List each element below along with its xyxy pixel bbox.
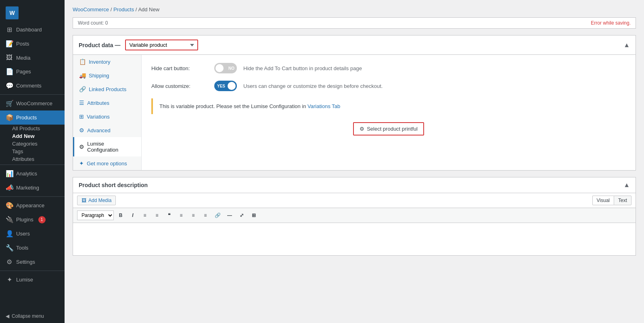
bold-button[interactable]: B	[115, 210, 126, 220]
sidebar-item-analytics[interactable]: 📊 Analytics	[0, 167, 65, 181]
analytics-icon: 📊	[6, 170, 13, 177]
sidebar-sub-attributes[interactable]: Attributes	[0, 155, 65, 163]
sidebar-item-products[interactable]: 📦 Products	[0, 110, 65, 125]
select-product-area: ⚙ Select product printful	[151, 122, 626, 135]
sidebar-item-pages[interactable]: 📄 Pages	[0, 65, 65, 79]
hide-cart-label: Hide cart button:	[151, 65, 208, 71]
product-data-panel: Hide cart button: NO Hide the Add To Car…	[142, 55, 636, 170]
sidebar-item-dashboard[interactable]: ⊞ Dashboard	[0, 23, 65, 37]
tab-get-more-options[interactable]: ✦ Get more options	[73, 156, 141, 170]
comments-icon: 💬	[6, 82, 13, 90]
sidebar-item-lumise[interactable]: ✦ Lumise	[0, 273, 65, 287]
short-description-title: Product short description	[79, 182, 148, 188]
pages-icon: 📄	[6, 68, 13, 75]
hide-cart-toggle[interactable]: NO	[214, 63, 237, 73]
allow-customize-slider: YES	[214, 81, 237, 91]
attributes-tab-icon: ☰	[79, 100, 84, 106]
allow-customize-help: Users can change or customize the design…	[243, 83, 383, 89]
advanced-tab-icon: ⚙	[79, 127, 84, 133]
main-content: WooCommerce / Products / Add New Word co…	[65, 0, 644, 323]
products-icon: 📦	[6, 114, 13, 121]
breadcrumb-woocommerce[interactable]: WooCommerce	[73, 6, 109, 13]
sidebar-item-posts[interactable]: 📝 Posts	[0, 37, 65, 51]
select-product-printful-button[interactable]: ⚙ Select product printful	[353, 122, 424, 135]
product-data-header: Product data — Variable product Simple p…	[73, 35, 636, 55]
sidebar-sub-add-new[interactable]: Add New	[0, 132, 65, 140]
editor-area[interactable]	[73, 223, 636, 255]
variations-tab-link[interactable]: Variations Tab	[307, 103, 340, 109]
add-media-button[interactable]: 🖼 Add Media	[77, 196, 116, 205]
sidebar-item-woocommerce[interactable]: 🛒 WooCommerce	[0, 96, 65, 110]
horizontal-rule-button[interactable]: —	[224, 210, 235, 220]
allow-customize-yes-label: YES	[217, 84, 225, 88]
hide-cart-no-label: NO	[228, 66, 234, 71]
product-type-select[interactable]: Variable product Simple product Grouped …	[125, 40, 198, 50]
sidebar-item-media[interactable]: 🖼 Media	[0, 51, 65, 65]
shipping-tab-icon: 🚚	[79, 72, 86, 79]
fullscreen-button[interactable]: ⤢	[236, 210, 247, 220]
paragraph-select[interactable]: Paragraph	[77, 210, 114, 220]
collapse-menu-button[interactable]: ◀ Collapse menu	[0, 309, 65, 323]
unordered-list-button[interactable]: ≡	[140, 210, 150, 220]
lumise-config-tab-icon: ⚙	[79, 144, 84, 150]
tab-lumise-configuration[interactable]: ⚙ Lumise Configuration	[73, 137, 141, 156]
toolbar-toggle-button[interactable]: ⊞	[249, 210, 259, 220]
allow-customize-toggle[interactable]: YES	[214, 81, 237, 91]
sidebar: W ⊞ Dashboard 📝 Posts 🖼 Media 📄 Pages 💬 …	[0, 0, 65, 323]
variations-tab-icon: ⊞	[79, 113, 84, 120]
product-short-description-section: Product short description ▲ 🖼 Add Media …	[73, 177, 636, 256]
printful-icon: ⚙	[360, 126, 364, 132]
sidebar-sub-tags[interactable]: Tags	[0, 148, 65, 155]
italic-button[interactable]: I	[128, 210, 138, 220]
allow-customize-label: Allow customize:	[151, 83, 208, 89]
align-right-button[interactable]: ≡	[200, 210, 211, 220]
breadcrumb-products[interactable]: Products	[113, 6, 134, 13]
product-data-body: 📋 Inventory 🚚 Shipping 🔗 Linked Products…	[73, 55, 636, 170]
tab-shipping[interactable]: 🚚 Shipping	[73, 69, 141, 82]
sidebar-item-appearance[interactable]: 🎨 Appearance	[0, 198, 65, 213]
hide-cart-row: Hide cart button: NO Hide the Add To Car…	[151, 63, 626, 73]
appearance-icon: 🎨	[6, 202, 13, 209]
align-center-button[interactable]: ≡	[188, 210, 199, 220]
allow-customize-row: Allow customize: YES Users can change or…	[151, 81, 626, 91]
notice-text: This is variable product. Please set the…	[159, 103, 306, 109]
sidebar-item-users[interactable]: 👤 Users	[0, 227, 65, 241]
linked-products-tab-icon: 🔗	[79, 86, 86, 92]
media-icon: 🖼	[6, 54, 13, 61]
align-left-button[interactable]: ≡	[176, 210, 186, 220]
visual-tab[interactable]: Visual	[592, 196, 614, 205]
product-data-collapse-icon[interactable]: ▲	[623, 42, 630, 49]
short-description-collapse-icon[interactable]: ▲	[623, 181, 630, 189]
word-count-text: Word count: 0	[78, 20, 108, 26]
editor-toolbar: Paragraph B I ≡ ≡ ❝ ≡ ≡ ≡ 🔗 — ⤢ ⊞	[73, 208, 636, 223]
wp-logo: W	[6, 6, 19, 19]
breadcrumb: WooCommerce / Products / Add New	[73, 6, 636, 13]
product-data-section: Product data — Variable product Simple p…	[73, 35, 636, 171]
sidebar-item-settings[interactable]: ⚙ Settings	[0, 255, 65, 269]
get-more-tab-icon: ✦	[79, 160, 84, 167]
tab-attributes[interactable]: ☰ Attributes	[73, 96, 141, 110]
tab-advanced[interactable]: ⚙ Advanced	[73, 123, 141, 137]
marketing-icon: 📣	[6, 184, 13, 192]
add-media-icon: 🖼	[82, 198, 86, 203]
tab-variations[interactable]: ⊞ Variations	[73, 110, 141, 123]
sidebar-item-plugins[interactable]: 🔌 Plugins 1	[0, 213, 65, 227]
tab-inventory[interactable]: 📋 Inventory	[73, 55, 141, 69]
woocommerce-icon: 🛒	[6, 100, 13, 107]
inventory-tab-icon: 📋	[79, 58, 86, 65]
text-tab[interactable]: Text	[614, 196, 631, 205]
blockquote-button[interactable]: ❝	[164, 210, 174, 220]
sidebar-item-comments[interactable]: 💬 Comments	[0, 79, 65, 93]
lumise-icon: ✦	[6, 276, 13, 283]
posts-icon: 📝	[6, 40, 13, 48]
short-description-header: Product short description ▲	[73, 177, 636, 193]
sidebar-sub-categories[interactable]: Categories	[0, 140, 65, 148]
sidebar-item-marketing[interactable]: 📣 Marketing	[0, 181, 65, 195]
sidebar-item-tools[interactable]: 🔧 Tools	[0, 241, 65, 255]
short-desc-toolbar: 🖼 Add Media Visual Text	[73, 193, 636, 208]
tab-linked-products[interactable]: 🔗 Linked Products	[73, 82, 141, 96]
sidebar-sub-all-products[interactable]: All Products	[0, 125, 65, 132]
tools-icon: 🔧	[6, 244, 13, 252]
ordered-list-button[interactable]: ≡	[152, 210, 162, 220]
link-button[interactable]: 🔗	[212, 210, 223, 220]
